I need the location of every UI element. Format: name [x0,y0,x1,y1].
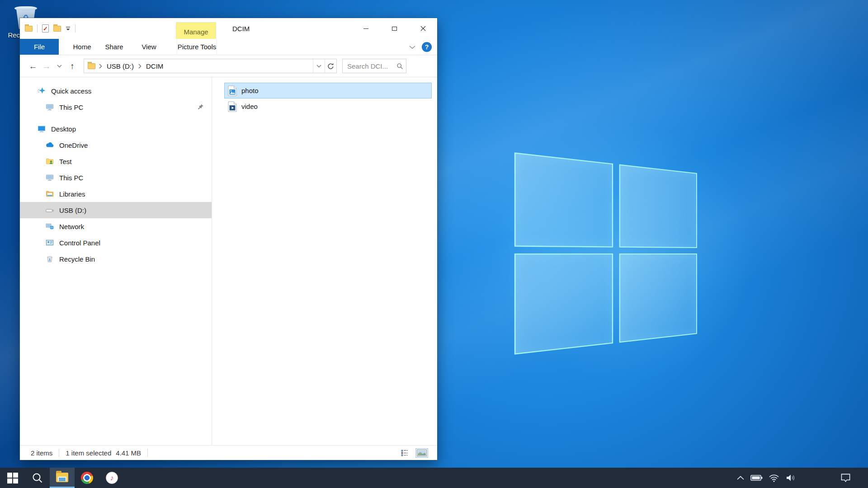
expand-ribbon-chevron-icon[interactable] [409,45,415,49]
video-file-icon [228,101,237,112]
file-item-video[interactable]: video [224,99,432,114]
tab-file[interactable]: File [20,39,59,55]
sidebar-item-label: Desktop [51,125,76,133]
tab-view[interactable]: View [134,39,164,55]
hidden-icons-chevron-icon[interactable] [736,475,745,480]
taskbar-itunes-button[interactable]: ♪ [99,468,124,488]
maximize-icon [392,27,397,31]
new-folder-button[interactable] [53,26,61,32]
breadcrumb-segment-dcim[interactable]: DCIM [145,62,164,70]
wifi-icon[interactable] [769,474,779,482]
start-button[interactable] [0,468,25,488]
computer-icon [45,103,54,112]
sidebar-item-label: OneDrive [59,141,88,149]
sidebar-item-label: Recycle Bin [59,255,95,263]
window-title: DCIM [232,18,250,39]
divider [75,24,75,33]
file-explorer-window: ✓ Manage DCIM File Home Share View Pictu… [20,18,437,460]
search-box[interactable] [342,59,406,73]
check-icon: ✓ [43,25,48,32]
desktop-icon [37,124,46,133]
recycle-bin-icon [45,254,54,263]
address-bar[interactable]: USB (D:) DCIM [84,59,337,73]
control-panel-icon [45,238,54,247]
sidebar-item-label: Test [59,158,72,165]
sidebar-item-desktop[interactable]: Desktop [20,121,212,137]
quick-access-toolbar: ✓ [20,24,75,33]
chevron-down-icon [316,65,321,68]
divider [37,24,38,33]
title-bar: ✓ Manage DCIM [20,18,437,39]
windows-logo-pane [619,164,697,248]
sidebar-item-test-user[interactable]: Test [20,153,212,169]
tab-home[interactable]: Home [67,39,97,55]
customize-qat-caret-icon[interactable] [66,27,71,31]
tab-picture-tools[interactable]: Picture Tools [177,39,217,55]
taskbar-search-button[interactable] [25,468,50,488]
help-button[interactable]: ? [422,42,432,52]
sidebar-item-label: Network [59,223,84,230]
libraries-icon [45,189,54,198]
sidebar-item-onedrive[interactable]: OneDrive [20,137,212,153]
up-button[interactable]: ↑ [66,62,79,70]
breadcrumb-chevron-icon[interactable] [138,64,142,69]
volume-icon[interactable] [785,474,796,482]
file-name: video [241,103,258,110]
manage-contextual-tab-header[interactable]: Manage [176,22,216,39]
details-view-button[interactable] [401,449,408,457]
action-center-icon[interactable] [840,473,851,483]
divider [59,449,59,457]
breadcrumb-chevron-icon[interactable] [99,64,102,69]
sidebar-item-usb-drive[interactable]: USB (D:) [20,202,212,218]
maximize-button[interactable] [380,18,409,39]
refresh-button[interactable] [325,59,336,73]
desktop: ♻ Recycle Bin ✓ Manage DCIM [0,0,868,488]
wallpaper-windows-logo [514,152,697,355]
taskbar-file-explorer-button[interactable] [50,468,75,488]
selection-size: 4.41 MB [116,449,141,457]
forward-button[interactable]: → [40,62,53,70]
battery-icon[interactable] [750,474,763,481]
back-button[interactable]: ← [26,62,40,70]
file-list: photo video [212,77,437,445]
refresh-icon [327,62,335,70]
sidebar-item-label: Quick access [51,87,91,95]
windows-logo-pane [619,253,697,343]
sidebar-item-libraries[interactable]: Libraries [20,186,212,202]
quick-access-star-icon [37,86,46,95]
itunes-icon: ♪ [106,472,118,484]
file-explorer-icon [56,473,68,482]
address-dropdown-button[interactable] [313,59,325,73]
sidebar-item-quick-access[interactable]: Quick access [20,83,212,99]
sidebar-item-this-pc[interactable]: This PC [20,169,212,186]
navigation-bar: ← → ↑ USB (D:) DCIM [20,55,437,77]
windows-start-icon [7,473,18,483]
selection-count: 1 item selected [66,449,111,457]
sidebar-item-network[interactable]: Network [20,218,212,235]
close-button[interactable] [409,18,437,39]
sidebar-item-recycle-bin[interactable]: Recycle Bin [20,251,212,267]
taskbar-chrome-button[interactable] [75,468,99,488]
search-input[interactable] [347,62,396,70]
pin-icon [197,103,204,111]
close-icon [420,26,426,31]
breadcrumb-segment-usb[interactable]: USB (D:) [106,62,135,70]
item-count: 2 items [31,449,52,457]
minimize-button[interactable] [352,18,380,39]
search-icon [32,472,43,484]
tab-share[interactable]: Share [99,39,129,55]
large-icons-view-button[interactable] [415,448,428,458]
properties-button[interactable]: ✓ [42,24,49,33]
search-icon[interactable] [396,62,403,70]
system-tray [736,468,868,488]
windows-logo-pane [514,152,613,248]
onedrive-cloud-icon [45,141,54,150]
sidebar-item-this-pc-pinned[interactable]: This PC [20,99,212,115]
user-folder-icon [45,157,54,166]
thumbnail-view-icon [417,450,427,456]
taskbar: ♪ [0,468,868,488]
navigation-pane: Quick access This PC Desktop OneDrive [20,77,212,445]
file-item-photo[interactable]: photo [224,83,432,99]
recent-locations-chevron-icon[interactable] [57,65,62,68]
sidebar-item-control-panel[interactable]: Control Panel [20,235,212,251]
